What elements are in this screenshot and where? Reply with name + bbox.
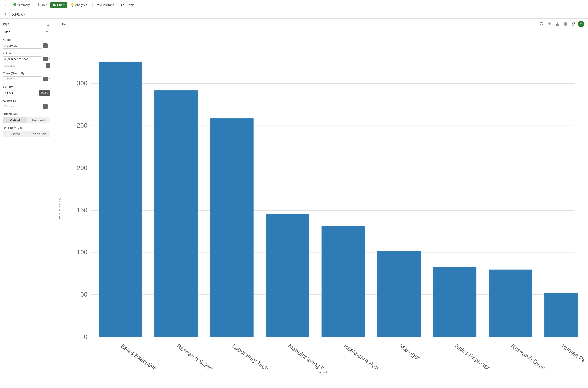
svg-text:Sales Representative: Sales Representative (454, 342, 504, 369)
repeat-row: Choose... − ≡ (3, 104, 51, 109)
svg-text:200: 200 (77, 164, 87, 171)
svg-rect-8 (54, 4, 54, 6)
right-arrow-btn[interactable]: → (582, 3, 585, 7)
x-axis-label: JobRole (62, 371, 584, 374)
yaxis-choose-remove-btn[interactable]: − (46, 63, 51, 68)
svg-text:150: 150 (77, 207, 87, 214)
svg-rect-9 (55, 5, 56, 6)
bar-sales-executive[interactable] (99, 62, 142, 337)
type-select[interactable]: Bar (3, 29, 51, 35)
xaxis-remove-btn[interactable]: − (43, 43, 48, 48)
xaxis-label: X Axis (3, 38, 51, 42)
bar-manufacturing-director[interactable] (266, 215, 309, 337)
xaxis-type-icon: A (4, 44, 6, 47)
columns-info: 25 Columns (97, 3, 114, 7)
bar-research-scientist[interactable] (154, 90, 198, 337)
color-choose-pill: Choose... (3, 76, 42, 82)
bar-stacked-btn[interactable]: Stacked (3, 131, 27, 137)
yaxis-menu-icon[interactable]: ≡ (49, 57, 51, 61)
color-remove-btn[interactable]: − (43, 77, 48, 81)
color-menu-icon[interactable]: ≡ (49, 77, 51, 81)
orientation-label: Orientation (3, 113, 51, 116)
bar-chart-svg: 0 50 100 150 200 250 300 (62, 29, 584, 369)
bar-healthcare-representative[interactable] (322, 226, 365, 337)
bar-sidebyside-btn[interactable]: Side by Side (27, 131, 51, 137)
settings-icon-btn[interactable]: ⚙ (45, 22, 51, 27)
sort-section: Sort By Y1 Axis DESC (3, 85, 51, 96)
color-section: Color (Group By) Choose... − ≡ (3, 72, 51, 82)
xaxis-menu-icon[interactable]: ≡ (49, 44, 51, 48)
chart-icon (53, 3, 56, 7)
repeat-section: Repeat By Choose... − ≡ (3, 99, 51, 109)
analytics-icon: 💡 (70, 3, 74, 7)
yaxis-field-label: (Number of Rows) (7, 58, 29, 61)
bar-laboratory-technician[interactable] (210, 118, 254, 337)
grid-btn[interactable] (562, 21, 568, 27)
expand-icon (571, 22, 575, 26)
chart-toolbar: + Filter (57, 21, 584, 27)
color-row: Choose... − ≡ (3, 76, 51, 82)
rows-label: Rows (126, 3, 134, 7)
yaxis-choose-label: Choose... (4, 64, 16, 67)
sort-dir-btn[interactable]: DESC (39, 90, 51, 96)
summary-nav-btn[interactable]: Summary (10, 2, 32, 8)
svg-text:250: 250 (77, 122, 87, 129)
color-choose-label: Choose... (4, 77, 16, 81)
svg-text:Manager: Manager (398, 342, 421, 361)
filter-button[interactable]: + Filter (57, 23, 66, 26)
bar-sales-representative[interactable] (433, 267, 476, 337)
chart-area: + Filter (53, 19, 588, 388)
yaxis-type-icon: # (4, 58, 6, 61)
help-icon-btn[interactable]: ? (39, 22, 44, 27)
svg-text:50: 50 (80, 291, 88, 298)
left-arrow-btn[interactable]: ← (3, 2, 9, 8)
svg-rect-3 (14, 5, 16, 6)
orient-horizontal-btn[interactable]: Horizontal (27, 118, 51, 123)
yaxis-remove-btn[interactable]: − (43, 57, 48, 62)
expand-btn[interactable] (570, 21, 576, 27)
svg-text:Sales Executive: Sales Executive (120, 342, 158, 369)
svg-rect-10 (564, 23, 567, 25)
table-nav-btn[interactable]: Table (33, 2, 50, 8)
repeat-remove-btn[interactable]: − (43, 104, 48, 109)
svg-text:0: 0 (84, 333, 87, 340)
yaxis-row: # (Number of Rows) − ≡ (3, 56, 51, 62)
profile-initial: T (580, 23, 582, 26)
table-label: Table (40, 3, 47, 7)
svg-text:Laboratory Technician: Laboratory Technician (231, 342, 282, 369)
repeat-menu-icon[interactable]: ≡ (49, 105, 51, 108)
analytics-nav-btn[interactable]: 💡 Analytics (68, 2, 90, 8)
yaxis-choose-row: Choose... − (3, 63, 51, 69)
type-icons: ? ⚙ (39, 22, 51, 27)
bar-research-director[interactable] (489, 270, 532, 337)
comment-btn[interactable] (538, 21, 545, 27)
orient-vertical-btn[interactable]: Vertical (3, 118, 27, 123)
svg-rect-2 (13, 5, 14, 6)
orientation-row: Vertical Horizontal (3, 117, 51, 123)
xaxis-field-label: JobRole (7, 44, 17, 47)
rows-count: 1,470 (118, 3, 126, 7)
yaxis-section: Y Axis # (Number of Rows) − ≡ Choose... … (3, 52, 51, 69)
xaxis-row: A JobRole − ≡ (3, 43, 51, 48)
bar-chart-type-label: Bar Chart Type (3, 126, 51, 130)
grid-icon (564, 22, 567, 26)
svg-rect-7 (53, 4, 54, 6)
jobrole-tab[interactable]: JobRole ∨ (9, 12, 28, 17)
bar-human-resources[interactable] (544, 293, 578, 337)
columns-label: Columns (102, 3, 114, 7)
summary-label: Summary (17, 3, 30, 7)
chart-nav-btn[interactable]: Chart (51, 2, 67, 8)
sort-field-label: Y1 Axis (3, 90, 38, 96)
add-tab-button[interactable]: + (3, 12, 8, 17)
type-label: Type (3, 23, 9, 26)
svg-text:300: 300 (77, 80, 87, 87)
svg-text:Research Scientist: Research Scientist (176, 342, 220, 369)
bar-type-row: Stacked Side by Side (3, 131, 51, 137)
repeat-choose-label: Choose... (4, 105, 16, 108)
bar-manager[interactable] (377, 251, 421, 337)
color-label: Color (Group By) (3, 72, 51, 75)
chart-inner: 0 50 100 150 200 250 300 (62, 29, 584, 388)
upload-btn[interactable] (546, 21, 553, 27)
download-btn[interactable] (554, 21, 561, 27)
profile-btn[interactable]: T (578, 21, 584, 27)
